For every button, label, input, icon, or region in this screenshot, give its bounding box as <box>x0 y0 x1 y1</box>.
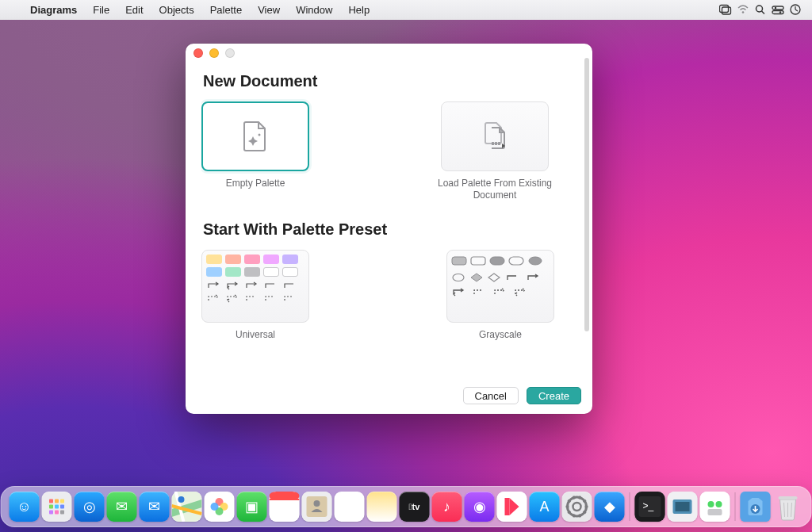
section-title-new-document: New Document <box>203 72 581 90</box>
option-empty-palette[interactable]: Empty Palette <box>201 101 309 201</box>
menu-window[interactable]: Window <box>288 4 340 16</box>
svg-point-6 <box>775 7 776 9</box>
svg-marker-23 <box>488 274 500 281</box>
svg-point-2 <box>742 11 745 13</box>
universal-preset-card[interactable] <box>201 250 309 323</box>
dock-app-podcasts[interactable]: ◉ <box>465 492 495 522</box>
menu-view[interactable]: View <box>250 4 288 16</box>
dock-app-appstore[interactable]: A <box>530 492 560 522</box>
grayscale-swatches <box>451 255 550 269</box>
dock-app-launchpad[interactable] <box>42 492 72 522</box>
zoom-icon <box>225 48 235 58</box>
section-title-presets: Start With Palette Preset <box>203 220 581 239</box>
svg-point-66 <box>716 501 722 507</box>
dock-app-downloads[interactable] <box>741 492 771 522</box>
dock-app-automator[interactable] <box>700 492 730 522</box>
grayscale-connectors-row <box>451 286 550 297</box>
dock-app-notes[interactable] <box>367 492 397 522</box>
dock-separator <box>735 492 736 521</box>
dock-app-screenshot[interactable] <box>668 492 698 522</box>
control-center-icon[interactable] <box>769 4 787 15</box>
user-icon[interactable] <box>787 4 804 15</box>
svg-point-12 <box>259 134 261 136</box>
preset-universal[interactable]: Universal <box>201 250 309 341</box>
dock-tray: ☺◎✉✉▣≡tv♪◉A◆>_ <box>1 486 812 527</box>
dock-app-mail[interactable]: ✉ <box>140 492 170 522</box>
stage-manager-icon[interactable] <box>717 4 734 15</box>
spotlight-icon[interactable] <box>752 4 769 15</box>
swatch <box>263 267 279 277</box>
svg-rect-31 <box>55 511 59 515</box>
titlebar <box>186 44 592 63</box>
svg-rect-30 <box>49 511 53 515</box>
app-menu[interactable]: Diagrams <box>22 4 85 16</box>
svg-rect-1 <box>722 7 731 14</box>
svg-rect-15 <box>498 142 500 145</box>
svg-point-65 <box>708 501 714 507</box>
menu-palette[interactable]: Palette <box>202 4 250 16</box>
svg-marker-22 <box>471 274 482 281</box>
cancel-button[interactable]: Cancel <box>463 387 519 404</box>
svg-rect-19 <box>509 257 523 265</box>
svg-rect-5 <box>772 6 783 10</box>
grayscale-preset-card[interactable] <box>446 250 554 323</box>
svg-point-44 <box>314 500 320 507</box>
dock-app-safari[interactable]: ◎ <box>75 492 105 522</box>
swatch <box>489 255 505 269</box>
menu-edit[interactable]: Edit <box>117 4 151 16</box>
close-icon[interactable] <box>193 48 203 58</box>
svg-point-3 <box>756 6 763 12</box>
swatch <box>451 255 467 269</box>
swatch <box>206 255 222 264</box>
svg-line-55 <box>573 496 574 499</box>
swatch <box>508 255 524 269</box>
dock-app-music[interactable]: ♪ <box>432 492 462 522</box>
empty-palette-card[interactable] <box>201 101 309 171</box>
svg-rect-17 <box>471 257 485 265</box>
menubar: Diagrams File Edit Objects Palette View … <box>0 0 812 20</box>
swatch <box>470 255 486 269</box>
svg-rect-25 <box>55 499 59 503</box>
dock-app-terminal[interactable]: >_ <box>635 492 665 522</box>
document-sparkle-icon <box>242 121 269 152</box>
dock-app-photos[interactable] <box>205 492 235 522</box>
dock-app-tv[interactable]: tv <box>400 492 430 522</box>
swatch <box>282 255 298 264</box>
menu-help[interactable]: Help <box>340 4 377 16</box>
universal-swatches <box>206 255 304 277</box>
universal-label: Universal <box>236 329 275 341</box>
dock-app-trash[interactable] <box>773 492 803 522</box>
swatch <box>263 255 279 264</box>
dock-app-settings[interactable] <box>562 492 592 522</box>
menu-file[interactable]: File <box>85 4 117 16</box>
svg-rect-29 <box>60 505 64 509</box>
menu-objects[interactable]: Objects <box>151 4 202 16</box>
swatch <box>527 255 543 269</box>
dock-app-contacts[interactable] <box>302 492 332 522</box>
universal-connectors <box>206 280 304 304</box>
load-palette-card[interactable] <box>441 101 549 171</box>
dock-app-calendar[interactable] <box>270 492 300 522</box>
swatch <box>282 267 298 277</box>
swatch <box>244 267 260 277</box>
option-load-palette[interactable]: Load Palette From Existing Document <box>435 101 554 201</box>
dock-app-reminders[interactable]: ≡ <box>335 492 365 522</box>
svg-text:>_: >_ <box>643 500 654 511</box>
grayscale-label: Grayscale <box>479 329 522 341</box>
minimize-icon[interactable] <box>209 48 219 58</box>
wifi-icon[interactable] <box>734 4 752 15</box>
svg-line-4 <box>762 11 765 14</box>
dock-app-news[interactable] <box>497 492 527 522</box>
preset-grayscale[interactable]: Grayscale <box>446 250 554 341</box>
dock-app-facetime[interactable]: ▣ <box>237 492 267 522</box>
dock-app-finder[interactable]: ☺ <box>10 492 40 522</box>
create-button[interactable]: Create <box>527 387 581 404</box>
svg-rect-41 <box>270 499 300 500</box>
swatch <box>206 267 222 277</box>
dock-app-messages[interactable]: ✉ <box>107 492 137 522</box>
svg-rect-64 <box>700 492 730 522</box>
dock-app-diagrams[interactable]: ◆ <box>595 492 625 522</box>
dock: ☺◎✉✉▣≡tv♪◉A◆>_ <box>1 486 812 527</box>
scrollbar[interactable] <box>584 58 589 331</box>
dock-app-maps[interactable] <box>172 492 202 522</box>
